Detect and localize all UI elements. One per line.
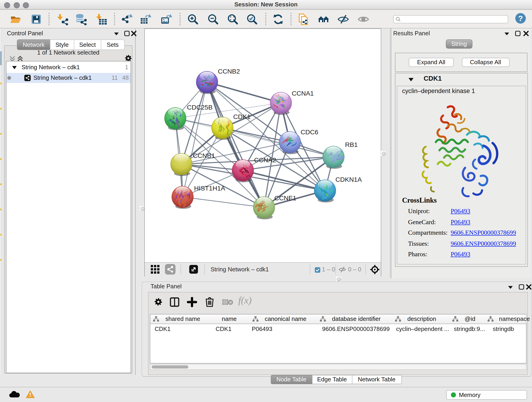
- svg-text:CDC25B: CDC25B: [187, 104, 212, 111]
- svg-text:HIST1H1A: HIST1H1A: [194, 185, 225, 192]
- svg-text:?: ?: [518, 14, 523, 23]
- svg-text:CCNA1: CCNA1: [291, 89, 313, 97]
- svg-text:CCNB1: CCNB1: [193, 152, 215, 159]
- svg-text:RB1: RB1: [345, 141, 357, 148]
- svg-text:CDKN1A: CDKN1A: [335, 176, 361, 183]
- svg-text:CDK1: CDK1: [233, 113, 250, 120]
- svg-text:CCNA2: CCNA2: [254, 156, 276, 164]
- svg-text:CCNB2: CCNB2: [218, 68, 240, 75]
- svg-text:CCNE1: CCNE1: [274, 194, 296, 202]
- svg-text:CDC6: CDC6: [300, 128, 318, 136]
